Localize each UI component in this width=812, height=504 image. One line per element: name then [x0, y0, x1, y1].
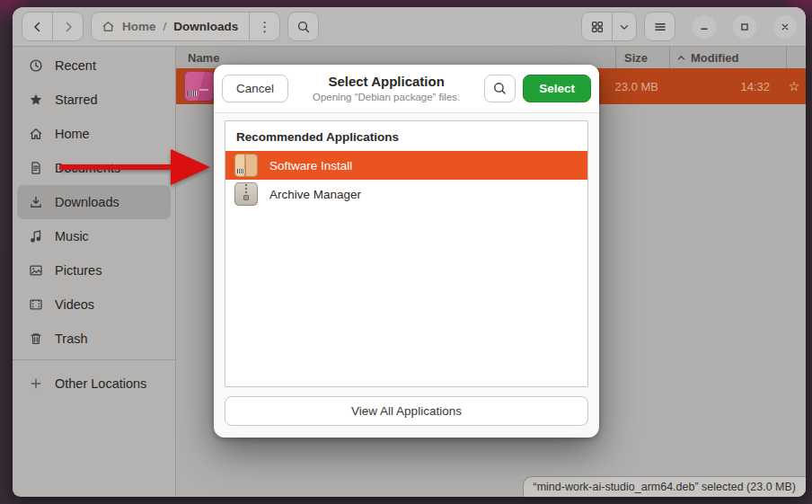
archive-manager-icon — [234, 182, 258, 206]
sidebar-label: Home — [55, 127, 90, 141]
dialog-search-button[interactable] — [484, 75, 516, 102]
search-button[interactable] — [287, 12, 319, 41]
column-label: Size — [624, 51, 648, 65]
app-name: Software Install — [269, 159, 352, 172]
close-icon — [779, 21, 791, 33]
minimize-button[interactable] — [693, 15, 716, 39]
select-button[interactable]: Select — [523, 75, 591, 102]
picture-icon — [29, 263, 43, 278]
column-header-star — [786, 47, 806, 68]
sidebar-item-trash[interactable]: Trash — [17, 322, 171, 356]
film-icon — [29, 297, 43, 312]
close-button[interactable] — [773, 15, 797, 39]
view-switcher-group — [581, 12, 637, 41]
file-modified-cell: 14:32 — [666, 80, 782, 93]
main-menu-button[interactable] — [644, 12, 675, 41]
star-toggle-icon[interactable]: ☆ — [782, 79, 806, 93]
sort-ascending-icon — [676, 53, 686, 63]
maximize-icon — [738, 21, 751, 33]
hamburger-menu-icon — [653, 20, 667, 34]
dialog-title: Select Application — [296, 73, 477, 91]
cancel-button[interactable]: Cancel — [222, 75, 288, 102]
star-icon — [29, 93, 43, 107]
sidebar: Recent Starred Home Documents Downloads — [13, 47, 176, 496]
chevron-down-icon — [618, 21, 631, 33]
sidebar-label: Downloads — [55, 195, 119, 209]
maximize-button[interactable] — [733, 15, 756, 39]
column-header-size[interactable]: Size — [615, 47, 669, 68]
location-menu-button[interactable]: ⋮ — [250, 13, 279, 40]
app-row-software-install[interactable]: Software Install — [225, 151, 587, 180]
software-install-icon — [234, 154, 258, 177]
recommended-section-header: Recommended Applications — [225, 121, 587, 151]
column-label: Modified — [691, 51, 738, 65]
breadcrumb-separator: / — [163, 20, 167, 33]
dialog-header: Cancel Select Application Opening “Debia… — [214, 65, 599, 113]
barcode-decoration — [188, 91, 197, 96]
sidebar-label: Music — [55, 229, 89, 243]
deb-package-icon — [184, 71, 215, 102]
sidebar-label: Starred — [55, 93, 98, 107]
sidebar-label: Recent — [55, 58, 96, 73]
sidebar-label: Other Locations — [55, 376, 146, 391]
plus-icon — [29, 376, 43, 391]
barcode-decoration — [237, 169, 244, 173]
search-icon — [296, 20, 311, 34]
search-icon — [492, 81, 508, 96]
sidebar-item-starred[interactable]: Starred — [17, 83, 171, 117]
minimize-icon — [698, 21, 710, 33]
sidebar-item-pictures[interactable]: Pictures — [17, 253, 171, 287]
chevron-right-icon — [61, 20, 75, 34]
selection-status-bar: “mind-work-ai-studio_arm64.deb” selected… — [523, 476, 806, 497]
view-all-applications-button[interactable]: View All Applications — [225, 396, 588, 426]
breadcrumb-current[interactable]: Downloads — [173, 20, 238, 33]
grid-view-icon — [590, 20, 605, 34]
app-name: Archive Manager — [269, 188, 361, 201]
chevron-left-icon — [31, 20, 45, 34]
grid-view-button[interactable] — [582, 13, 612, 40]
red-arrow-annotation — [54, 144, 216, 190]
file-size-cell: 23.0 MB — [612, 80, 666, 93]
breadcrumb: Home / Downloads ⋮ — [91, 12, 280, 41]
sidebar-label: Pictures — [55, 263, 102, 278]
history-nav-group — [22, 12, 84, 41]
desktop-background: Home / Downloads ⋮ — [0, 0, 812, 504]
titlebar: Home / Downloads ⋮ — [13, 7, 806, 47]
column-header-modified[interactable]: Modified — [669, 47, 786, 68]
dialog-title-block: Select Application Opening “Debian packa… — [296, 73, 477, 103]
sidebar-divider — [13, 359, 175, 360]
app-row-archive-manager[interactable]: Archive Manager — [225, 180, 587, 208]
column-header-name[interactable]: Name — [176, 51, 615, 65]
forward-button[interactable] — [53, 13, 83, 40]
dialog-body: Recommended Applications Software Instal… — [214, 113, 599, 438]
trash-icon — [29, 332, 43, 346]
music-note-icon — [29, 229, 43, 243]
sidebar-item-music[interactable]: Music — [17, 219, 171, 253]
dialog-subtitle: Opening “Debian package” files. — [296, 91, 477, 104]
path-bar[interactable]: Home / Downloads — [102, 13, 249, 40]
sidebar-item-videos[interactable]: Videos — [17, 287, 171, 322]
sidebar-label: Videos — [55, 297, 94, 312]
home-icon — [102, 20, 115, 33]
sidebar-item-recent[interactable]: Recent — [17, 49, 171, 83]
clock-icon — [29, 58, 43, 73]
sidebar-label: Trash — [55, 332, 88, 346]
home-icon — [29, 127, 43, 141]
sidebar-item-other-locations[interactable]: Other Locations — [17, 367, 171, 401]
select-application-dialog: Cancel Select Application Opening “Debia… — [214, 65, 599, 438]
download-icon — [29, 195, 43, 209]
breadcrumb-home[interactable]: Home — [122, 20, 156, 33]
back-button[interactable] — [22, 13, 52, 40]
view-options-dropdown[interactable] — [613, 13, 636, 40]
document-icon — [29, 161, 43, 175]
status-text: “mind-work-ai-studio_arm64.deb” selected… — [534, 481, 796, 493]
application-list: Recommended Applications Software Instal… — [225, 120, 588, 387]
